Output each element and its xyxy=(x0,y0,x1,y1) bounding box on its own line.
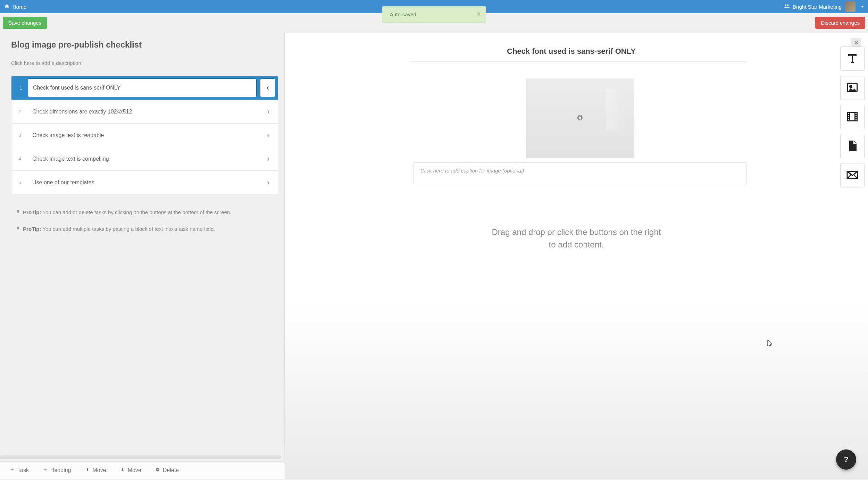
plus-icon xyxy=(10,467,15,473)
lightbulb-icon xyxy=(16,208,20,217)
toolbar-label: Heading xyxy=(50,467,71,473)
chevron-left-icon xyxy=(266,83,269,92)
tips-section: ProTip: You can add or delete tasks by c… xyxy=(11,208,278,233)
task-number: 3 xyxy=(11,124,28,147)
add-task-button[interactable]: Task xyxy=(10,467,29,473)
chevron-right-icon xyxy=(267,107,269,116)
delete-icon xyxy=(155,467,160,473)
film-icon xyxy=(846,110,859,124)
add-image-button[interactable] xyxy=(840,76,865,100)
delete-task-button[interactable]: Delete xyxy=(155,467,179,473)
task-label: Check image text is readable xyxy=(28,124,259,147)
expand-task-button[interactable] xyxy=(259,147,278,170)
task-row[interactable]: 2 Check dimensions are exactly 1024x512 xyxy=(11,100,278,123)
org-switcher[interactable]: Bright Star Marketing xyxy=(784,3,842,10)
move-down-button[interactable]: Move xyxy=(120,467,141,473)
plus-icon xyxy=(43,467,48,473)
autosave-toast: Auto-saved. × xyxy=(382,6,486,23)
email-icon xyxy=(846,169,859,182)
toolbar-label: Task xyxy=(17,467,29,473)
protip-text: You can add or delete tasks by clicking … xyxy=(42,209,231,215)
move-up-button[interactable]: Move xyxy=(85,467,106,473)
task-label: Check dimensions are exactly 1024x512 xyxy=(28,100,259,123)
task-number: 4 xyxy=(11,147,28,170)
chevron-right-icon xyxy=(267,154,269,163)
protip-text: You can add multiple tasks by pasting a … xyxy=(42,226,215,232)
image-icon xyxy=(846,81,859,95)
expand-task-button[interactable] xyxy=(259,171,278,194)
task-number: 5 xyxy=(11,171,28,194)
add-heading-button[interactable]: Heading xyxy=(43,467,71,473)
task-label: Check image text is compelling xyxy=(28,147,259,170)
expand-task-button[interactable] xyxy=(259,100,278,123)
checklist-title[interactable]: Blog image pre-publish checklist xyxy=(11,40,278,50)
toolbar-label: Delete xyxy=(163,467,179,473)
toast-close-button[interactable]: × xyxy=(477,10,481,18)
task-toolbar: Task Heading Move Move Delete xyxy=(0,461,285,479)
image-placeholder[interactable] xyxy=(526,78,634,158)
help-symbol: ? xyxy=(844,455,848,464)
add-video-button[interactable] xyxy=(840,105,865,129)
task-row[interactable]: 1 Check font used is sans-serif ONLY xyxy=(11,76,278,100)
help-button[interactable]: ? xyxy=(836,449,856,470)
lightbulb-icon xyxy=(16,225,20,233)
account-menu-caret[interactable] xyxy=(861,6,864,8)
close-panel-button[interactable]: ✕ xyxy=(851,38,861,48)
sidebar: Blog image pre-publish checklist Click h… xyxy=(0,33,285,479)
task-label: Use one of our templates xyxy=(28,171,259,194)
workspace: Blog image pre-publish checklist Click h… xyxy=(0,33,868,479)
horizontal-scrollbar[interactable] xyxy=(0,455,281,459)
gear-icon xyxy=(576,114,583,123)
hint-line: Drag and drop or click the buttons on th… xyxy=(309,226,844,238)
image-widget: Click here to add caption for image (opt… xyxy=(410,78,750,184)
svg-rect-3 xyxy=(157,469,159,470)
chevron-right-icon xyxy=(267,131,269,140)
expand-task-button[interactable] xyxy=(259,124,278,147)
task-detail-panel: ✕ Check font used is sans-serif ONLY Cli… xyxy=(285,33,868,479)
users-icon xyxy=(784,3,790,10)
org-label: Bright Star Marketing xyxy=(793,4,842,10)
svg-point-5 xyxy=(850,85,852,87)
empty-state-hint: Drag and drop or click the buttons on th… xyxy=(309,226,844,251)
toolbar-label: Move xyxy=(128,467,141,473)
toast-message: Auto-saved. xyxy=(390,11,418,17)
protip: ProTip: You can add multiple tasks by pa… xyxy=(16,225,273,233)
chevron-right-icon xyxy=(267,178,269,187)
add-email-button[interactable] xyxy=(840,163,865,187)
add-text-button[interactable] xyxy=(840,47,865,71)
task-number: 2 xyxy=(11,100,28,123)
discard-button[interactable]: Discard changes xyxy=(815,17,865,29)
text-icon xyxy=(846,52,859,66)
avatar[interactable] xyxy=(845,1,856,12)
hint-line: to add content. xyxy=(309,238,844,251)
mouse-cursor xyxy=(767,339,773,348)
add-file-button[interactable] xyxy=(840,134,865,158)
collapse-task-button[interactable] xyxy=(260,78,275,97)
task-number: 1 xyxy=(14,78,28,97)
protip-label: ProTip: xyxy=(23,226,41,232)
caption-placeholder: Click here to add caption for image (opt… xyxy=(420,168,524,174)
protip-label: ProTip: xyxy=(23,209,41,215)
arrow-down-icon xyxy=(120,467,125,473)
file-icon xyxy=(846,140,859,153)
image-caption-input[interactable]: Click here to add caption for image (opt… xyxy=(413,162,746,184)
arrow-up-icon xyxy=(85,467,90,473)
save-button[interactable]: Save changes xyxy=(3,17,47,29)
checklist-description[interactable]: Click here to add a description xyxy=(11,60,278,66)
home-link[interactable]: Home xyxy=(4,3,26,10)
task-row[interactable]: 4 Check image text is compelling xyxy=(11,147,278,170)
toolbar-label: Move xyxy=(93,467,106,473)
home-label: Home xyxy=(12,4,26,10)
task-row[interactable]: 3 Check image text is readable xyxy=(11,123,278,147)
task-row[interactable]: 5 Use one of our templates xyxy=(11,170,278,194)
content-tool-rail xyxy=(840,47,865,187)
task-list: 1 Check font used is sans-serif ONLY 2 C… xyxy=(11,76,278,194)
detail-title[interactable]: Check font used is sans-serif ONLY xyxy=(406,47,746,56)
divider xyxy=(410,61,746,62)
task-label-input[interactable]: Check font used is sans-serif ONLY xyxy=(28,78,257,97)
protip: ProTip: You can add or delete tasks by c… xyxy=(16,208,273,217)
home-icon xyxy=(4,3,10,10)
svg-point-1 xyxy=(787,4,789,6)
svg-point-0 xyxy=(785,4,787,6)
